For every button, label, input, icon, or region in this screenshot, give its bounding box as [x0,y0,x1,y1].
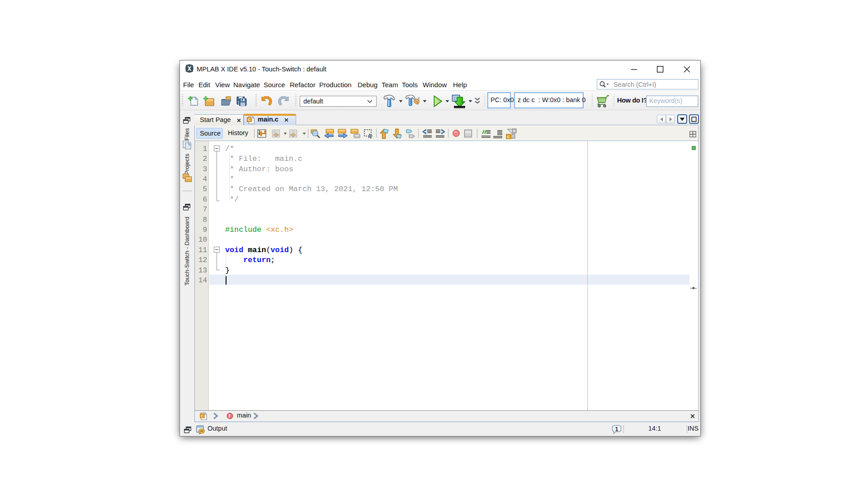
svg-text:h: h [513,129,515,133]
svg-text:F: F [229,414,231,418]
svg-text:C: C [201,414,204,418]
svg-text:C: C [248,117,251,122]
svg-text:1: 1 [615,426,618,432]
svg-text:C: C [507,135,510,139]
